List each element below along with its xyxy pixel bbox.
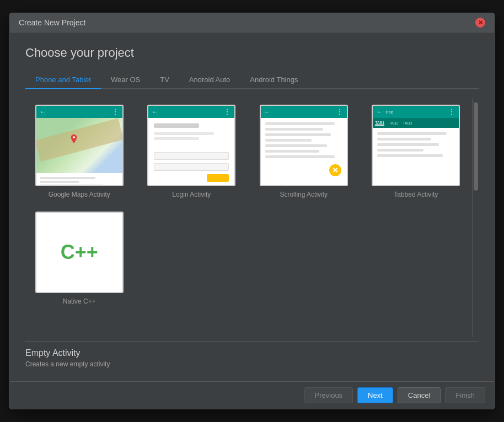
bottom-info: Empty Activity Creates a new empty activ… <box>25 341 479 372</box>
tabs-container: Phone and Tablet Wear OS TV Android Auto… <box>25 71 479 89</box>
card-thumb-native-cpp: C++ <box>35 212 124 293</box>
back-arrow-icon: ← <box>40 108 46 116</box>
menu-dots-icon-4: ⋮ <box>448 108 455 116</box>
activity-card-tabbed[interactable]: ← Title ⋮ TAB1 TAB2 TAB3 <box>364 102 468 201</box>
activity-grid-scroll[interactable]: ← ⋮ <box>25 98 472 337</box>
previous-button[interactable]: Previous <box>304 387 353 403</box>
cpp-logo-icon: C++ <box>61 241 98 264</box>
tabbed-preview: ← Title ⋮ TAB1 TAB2 TAB3 <box>373 106 459 185</box>
fab-icon: ✕ <box>329 164 341 176</box>
card-thumb-google-maps: ← ⋮ <box>35 105 124 186</box>
close-button[interactable]: ✕ <box>475 18 485 28</box>
svg-point-0 <box>73 136 75 138</box>
scrollbar-track[interactable] <box>472 98 479 337</box>
dialog-heading: Choose your project <box>25 46 479 60</box>
activity-card-native-cpp[interactable]: C++ Native C++ <box>28 209 131 307</box>
tab-phone-tablet[interactable]: Phone and Tablet <box>25 71 101 89</box>
activity-grid: ← ⋮ <box>25 98 470 312</box>
back-arrow-icon-2: ← <box>152 108 158 116</box>
dialog-title-bar: Create New Project ✕ <box>10 13 494 33</box>
menu-dots-icon: ⋮ <box>112 108 119 116</box>
dialog-title: Create New Project <box>19 18 85 27</box>
dialog: Create New Project ✕ Choose your project… <box>9 13 495 409</box>
dialog-body: Choose your project Phone and Tablet Wea… <box>10 33 494 381</box>
activity-label-login: Login Activity <box>172 191 211 198</box>
map-pin-icon <box>69 134 78 145</box>
back-arrow-icon-3: ← <box>264 108 271 116</box>
close-icon: ✕ <box>478 19 483 26</box>
back-arrow-icon-4: ← <box>376 108 383 116</box>
selected-activity-title: Empty Activity <box>25 348 479 358</box>
tab-android-things[interactable]: Android Things <box>240 71 308 89</box>
tab-wear-os[interactable]: Wear OS <box>101 71 150 89</box>
content-area: ← ⋮ <box>25 98 479 337</box>
next-button[interactable]: Next <box>357 387 393 403</box>
activity-card-login[interactable]: ← ⋮ <box>140 102 244 201</box>
cpp-preview: C++ <box>36 213 122 292</box>
activity-label-google-maps: Google Maps Activity <box>49 191 110 198</box>
modal-overlay: Create New Project ✕ Choose your project… <box>0 0 504 422</box>
scrollbar-thumb <box>474 102 478 191</box>
scrolling-preview: ← ⋮ <box>261 106 347 185</box>
activity-label-native-cpp: Native C++ <box>63 297 96 305</box>
tab-android-auto[interactable]: Android Auto <box>179 71 240 89</box>
activity-card-scrolling[interactable]: ← ⋮ <box>252 102 356 201</box>
card-thumb-scrolling: ← ⋮ <box>260 105 348 186</box>
maps-preview: ← ⋮ <box>36 106 122 185</box>
card-thumb-tabbed: ← Title ⋮ TAB1 TAB2 TAB3 <box>372 105 460 186</box>
activity-card-google-maps[interactable]: ← ⋮ <box>28 102 131 201</box>
activity-label-scrolling: Scrolling Activity <box>280 191 328 198</box>
dialog-footer: Previous Next Cancel Finish <box>10 381 494 409</box>
activity-label-tabbed: Tabbed Activity <box>394 191 438 198</box>
tab-tv[interactable]: TV <box>150 71 179 89</box>
finish-button[interactable]: Finish <box>445 387 485 403</box>
card-thumb-login: ← ⋮ <box>147 105 235 186</box>
cancel-button[interactable]: Cancel <box>398 387 441 403</box>
menu-dots-icon-3: ⋮ <box>336 108 344 116</box>
selected-activity-description: Creates a new empty activity <box>25 360 479 368</box>
menu-dots-icon-2: ⋮ <box>224 108 231 116</box>
login-preview: ← ⋮ <box>148 106 234 185</box>
